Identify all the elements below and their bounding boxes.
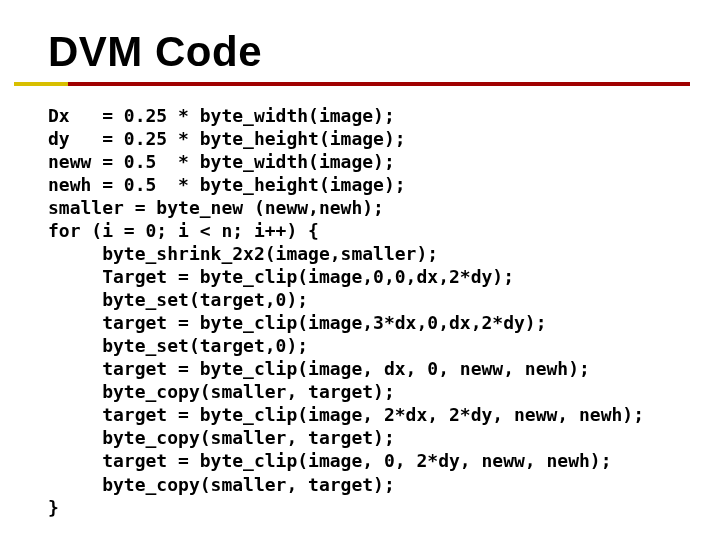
code-block: Dx = 0.25 * byte_width(image); dy = 0.25…: [48, 104, 680, 519]
slide: DVM Code Dx = 0.25 * byte_width(image); …: [0, 0, 720, 540]
underline-main: [68, 82, 690, 86]
page-title: DVM Code: [48, 28, 680, 76]
underline-accent: [14, 82, 68, 86]
title-underline: [48, 82, 680, 86]
